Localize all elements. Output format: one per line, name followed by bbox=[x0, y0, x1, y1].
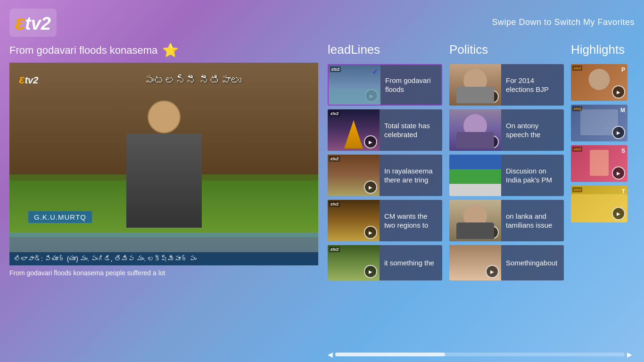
etv2-badge: εtv2 bbox=[329, 156, 340, 162]
star-icon: ⭐ bbox=[162, 42, 179, 58]
video-telugu-title: పంటలన్నీ నీటిపాలు bbox=[144, 74, 241, 87]
list-item[interactable]: ▶ For 2014 elections BJP bbox=[449, 64, 564, 106]
main-content: From godavari floods konasema ⭐ εtv2 పంట… bbox=[0, 42, 644, 362]
play-circle-icon: ▶ bbox=[612, 207, 625, 220]
video-frame: εtv2 పంటలన్నీ నీటిపాలు G.K.U.MURΤQ లిలావ… bbox=[9, 63, 318, 265]
partial-label: S bbox=[621, 148, 625, 154]
scroll-track[interactable] bbox=[335, 353, 625, 356]
etv2-badge: εtv2 bbox=[330, 66, 341, 72]
list-item[interactable]: εtv2 ▶ In rayalaseema there are tring bbox=[328, 155, 442, 196]
list-item[interactable]: ▶ Somethingabout bbox=[449, 245, 564, 280]
app-header: εtv2 Swipe Down to Switch My Favorites bbox=[0, 0, 644, 42]
video-thumbnail: εtv2 ▶ bbox=[328, 245, 380, 280]
play-circle-icon: ▶ bbox=[612, 166, 625, 180]
video-thumbnail: εtv2 ▶ bbox=[328, 200, 380, 241]
video-info: For 2014 elections BJP bbox=[501, 64, 564, 106]
list-item[interactable]: ▶ On antony speech the bbox=[449, 109, 564, 151]
news-ticker: లిలావాడ్: పియూర్ (యూ) మం. పంగిడి, తేమిప … bbox=[9, 252, 318, 265]
highlights-list: εtv2 ▶ P εtv2 ▶ M εtv2 ▶ S bbox=[571, 64, 635, 222]
play-circle-icon: ▶ bbox=[486, 265, 499, 278]
etv2-badge: εtv2 bbox=[572, 66, 582, 71]
thumb-person bbox=[589, 69, 610, 90]
video-info: In rayalaseema there are tring bbox=[380, 155, 442, 196]
video-item-title: On antony speech the bbox=[506, 121, 559, 140]
leadlines-panel: leadLines εtv2 ▶ ✓ From godavari floods bbox=[328, 42, 442, 362]
logo-e-icon: ε bbox=[15, 11, 25, 34]
video-thumbnail: εtv2 ▶ bbox=[328, 109, 380, 151]
scroll-right-button[interactable]: ▶ bbox=[627, 351, 632, 358]
partial-label: T bbox=[622, 188, 625, 195]
video-panel: From godavari floods konasema ⭐ εtv2 పంట… bbox=[9, 42, 318, 362]
video-thumbnail: ▶ bbox=[449, 109, 501, 151]
video-info: On antony speech the bbox=[501, 109, 564, 151]
thumb-person bbox=[590, 150, 609, 176]
video-item-title: Somethingabout bbox=[506, 258, 559, 268]
video-info: Somethingabout bbox=[501, 245, 564, 280]
scroll-left-button[interactable]: ◀ bbox=[328, 351, 333, 358]
etv2-badge: εtv2 bbox=[329, 247, 340, 252]
play-circle-icon: ▶ bbox=[612, 85, 625, 99]
video-title-area: From godavari floods konasema ⭐ bbox=[9, 42, 318, 58]
etv2-badge: εtv2 bbox=[329, 111, 340, 116]
video-info: on lanka and tamilians issue bbox=[501, 200, 564, 241]
logo-tv2-text: tv2 bbox=[25, 14, 51, 33]
play-circle-icon: ▶ bbox=[364, 226, 377, 239]
video-item-title: CM wants the two regions to bbox=[384, 212, 438, 230]
video-overlay-logo: εtv2 bbox=[19, 72, 38, 87]
highlights-title: Highlights bbox=[571, 42, 635, 59]
list-item[interactable]: εtv2 ▶ CM wants the two regions to bbox=[328, 200, 442, 241]
scroll-thumb bbox=[335, 353, 445, 356]
highlights-panel: Highlights εtv2 ▶ P εtv2 ▶ M bbox=[571, 42, 635, 362]
partial-label: M bbox=[620, 107, 625, 114]
video-item-title: Discusion on India pak's PM bbox=[506, 166, 559, 185]
video-info: From godavari floods bbox=[380, 65, 441, 105]
list-item[interactable]: εtv2 ▶ S bbox=[571, 145, 627, 182]
swipe-hint-text: Swipe Down to Switch My Favorites bbox=[492, 17, 635, 27]
video-caption: From godavari floods konasema people suf… bbox=[9, 265, 318, 280]
video-item-title: it something the bbox=[384, 258, 438, 268]
list-item[interactable]: εtv2 ▶ it something the bbox=[328, 245, 442, 280]
video-item-title: on lanka and tamilians issue bbox=[506, 212, 559, 230]
leadlines-title: leadLines bbox=[328, 42, 442, 59]
list-item[interactable]: ▶ on lanka and tamilians issue bbox=[449, 200, 564, 241]
video-info: Total state has celebrated bbox=[380, 109, 442, 151]
list-item[interactable]: εtv2 ▶ T bbox=[571, 186, 627, 222]
video-thumbnail: ▶ bbox=[449, 155, 501, 196]
anchor-figure bbox=[126, 100, 202, 228]
partial-label: P bbox=[621, 66, 625, 73]
play-circle-icon: ▶ bbox=[612, 126, 625, 139]
video-info: CM wants the two regions to bbox=[380, 200, 442, 241]
play-circle-icon: ▶ bbox=[364, 135, 377, 148]
right-panels: leadLines εtv2 ▶ ✓ From godavari floods bbox=[328, 42, 635, 362]
video-thumbnail: ▶ bbox=[449, 200, 501, 241]
video-item-title: For 2014 elections BJP bbox=[506, 76, 559, 94]
list-item[interactable]: εtv2 ▶ M bbox=[571, 105, 627, 141]
video-info: Discusion on India pak's PM bbox=[501, 155, 564, 196]
politics-title: Politics bbox=[449, 42, 564, 59]
play-circle-icon: ▶ bbox=[364, 181, 377, 194]
video-thumbnail: ▶ bbox=[449, 64, 501, 106]
horizontal-scrollbar: ◀ ▶ bbox=[328, 351, 632, 358]
video-wrapper: εtv2 పంటలన్నీ నీటిపాలు G.K.U.MURΤQ లిలావ… bbox=[9, 63, 318, 265]
etv2-badge: εtv2 bbox=[572, 147, 582, 152]
politics-panel: Politics ▶ For 2014 elections BJP bbox=[449, 42, 564, 362]
video-item-title: In rayalaseema there are tring bbox=[384, 166, 438, 185]
video-thumbnail: εtv2 ▶ ✓ bbox=[329, 65, 380, 105]
etv2-badge: εtv2 bbox=[329, 201, 340, 207]
video-info: it something the bbox=[380, 245, 442, 280]
politics-list: ▶ For 2014 elections BJP ▶ bbox=[449, 64, 564, 280]
video-thumbnail: ▶ bbox=[449, 245, 501, 280]
check-mark-icon: ✓ bbox=[372, 67, 378, 76]
list-item[interactable]: εtv2 ▶ Total state has celebrated bbox=[328, 109, 442, 151]
etv2-badge: εtv2 bbox=[572, 187, 582, 192]
logo: εtv2 bbox=[9, 8, 57, 37]
list-item[interactable]: εtv2 ▶ ✓ From godavari floods bbox=[328, 64, 442, 106]
list-item[interactable]: ▶ Discusion on India pak's PM bbox=[449, 155, 564, 196]
anchor-name-badge: G.K.U.MURΤQ bbox=[28, 211, 92, 223]
video-title-text: From godavari floods konasema bbox=[9, 44, 157, 57]
play-circle-icon: ▶ bbox=[364, 265, 377, 278]
video-thumbnail: εtv2 ▶ bbox=[328, 155, 380, 196]
leadlines-list: εtv2 ▶ ✓ From godavari floods εtv2 ▶ bbox=[328, 64, 442, 280]
list-item[interactable]: εtv2 ▶ P bbox=[571, 64, 627, 101]
video-item-title: Total state has celebrated bbox=[384, 121, 438, 140]
